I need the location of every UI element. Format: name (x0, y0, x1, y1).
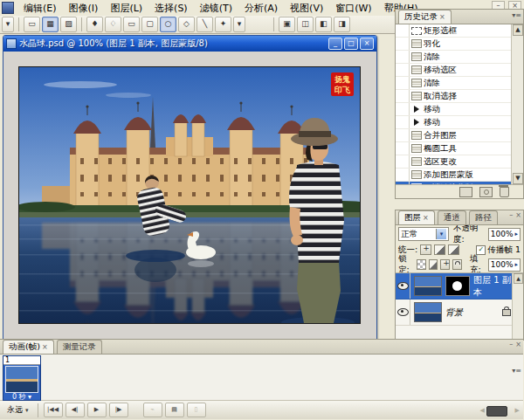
history-panel-menu-icon[interactable]: ▾≡ (512, 11, 521, 19)
history-state[interactable]: 合并图层 (396, 129, 523, 142)
next-frame-icon[interactable]: |▶ (109, 403, 128, 417)
shape-layers-icon[interactable]: ▭ (24, 17, 40, 32)
menu-analysis[interactable]: 分析(A) (238, 1, 284, 16)
history-state[interactable]: 移动选区 (396, 64, 523, 77)
scroll-up-icon[interactable]: ▲ (513, 24, 523, 36)
doc-maximize-icon[interactable]: □ (344, 38, 358, 50)
layer-name[interactable]: 图层 1 副本 (473, 274, 511, 299)
minimize-icon[interactable]: – (509, 211, 513, 219)
delete-frame-icon[interactable]: ▯ (187, 403, 206, 417)
freeform-pen-tool-icon[interactable]: ♢ (105, 17, 121, 32)
fill-field[interactable]: 100% ▸ (488, 258, 521, 272)
document-title-bar[interactable]: 水晶球.psd @ 100% (图层 1 副本, 图层蒙版/8) _ □ × (3, 36, 376, 52)
tab-paths[interactable]: 路径 (469, 210, 498, 224)
minimize-icon[interactable]: – (509, 341, 513, 348)
tab-history[interactable]: 历史记录× (398, 10, 452, 24)
ellipse-tool-icon[interactable]: ○ (160, 17, 176, 32)
rounded-rectangle-tool-icon[interactable]: ▢ (141, 17, 158, 32)
unify-style-icon[interactable] (448, 244, 459, 255)
menu-layer[interactable]: 图层(L) (104, 1, 148, 16)
menu-image[interactable]: 图像(I) (63, 1, 105, 16)
close-icon[interactable]: × (515, 211, 521, 219)
arrow-right-icon[interactable]: ▸ (514, 231, 518, 238)
previous-frame-icon[interactable]: ◀| (66, 403, 85, 417)
frame-delay[interactable]: 0 秒 ▾ (3, 393, 40, 401)
scroll-left-icon[interactable]: ◀ (480, 407, 485, 414)
first-frame-icon[interactable]: |◀◀ (44, 403, 63, 417)
add-to-shape-icon[interactable]: ▣ (279, 17, 295, 32)
visibility-cell[interactable] (396, 273, 410, 299)
visibility-cell[interactable] (396, 300, 410, 325)
image-canvas[interactable]: 扬鬼 印飞 (18, 66, 361, 324)
scroll-up-icon[interactable]: ▲ (514, 273, 523, 284)
lock-image-icon[interactable] (429, 259, 438, 270)
tween-icon[interactable]: ⌁ (143, 403, 162, 417)
opacity-field[interactable]: 100% ▸ (488, 228, 521, 241)
history-state[interactable]: 移动 (396, 116, 523, 129)
history-state[interactable]: 选区更改 (396, 155, 523, 169)
history-state[interactable]: 清除 (396, 51, 523, 64)
tab-animation-frames[interactable]: 动画(帧)× (3, 340, 54, 354)
composited-photo (19, 67, 360, 323)
delete-state-icon[interactable] (500, 187, 509, 197)
custom-shape-tool-icon[interactable]: ✦ (215, 17, 231, 32)
exclude-shape-icon[interactable]: ◨ (334, 17, 350, 32)
blend-mode-select[interactable]: 正常 ▾ (398, 227, 449, 241)
menu-filter[interactable]: 滤镜(T) (194, 1, 238, 16)
pen-tool-icon[interactable]: ♦ (86, 17, 103, 32)
menu-view[interactable]: 视图(V) (284, 1, 329, 16)
layer-thumbnail[interactable] (414, 302, 442, 322)
tool-preset-picker[interactable]: ▾ (2, 17, 14, 32)
scroll-right-icon[interactable]: ▶ (515, 407, 520, 414)
menu-window[interactable]: 窗口(W) (329, 1, 377, 16)
history-state[interactable]: 椭圆工具 (396, 142, 523, 155)
line-tool-icon[interactable]: ╲ (196, 17, 213, 32)
history-state[interactable]: 清除 (396, 77, 523, 90)
layer-mask-thumbnail[interactable] (445, 276, 470, 296)
unify-position-icon[interactable] (420, 244, 431, 255)
layer-name[interactable]: 背景 (445, 306, 463, 319)
layer-row-layer1-copy[interactable]: 图层 1 副本 (396, 273, 523, 300)
loop-select[interactable]: 永远 ▾ (3, 403, 32, 417)
animation-panel-menu-icon[interactable]: ▾≡ (512, 367, 521, 375)
play-icon[interactable]: ▶ (87, 403, 107, 417)
tab-layers[interactable]: 图层× (398, 210, 435, 224)
history-state[interactable]: 移动 (396, 103, 523, 116)
lock-all-icon[interactable] (452, 259, 462, 270)
subtract-from-shape-icon[interactable]: ◫ (297, 17, 314, 32)
lock-transparency-icon[interactable] (417, 259, 426, 270)
arrow-right-icon[interactable]: ▸ (514, 261, 518, 268)
tab-close-icon[interactable]: × (42, 343, 48, 351)
new-frame-icon[interactable]: ▤ (165, 403, 184, 417)
menu-select[interactable]: 选择(S) (148, 1, 194, 16)
frame-1[interactable]: 1 0 秒 ▾ (3, 355, 41, 401)
rectangle-tool-icon[interactable]: ▭ (123, 17, 140, 32)
history-state[interactable]: 羽化 (396, 38, 523, 51)
layers-scrollbar[interactable]: ▲ (512, 273, 523, 340)
tab-close-icon[interactable]: × (439, 13, 445, 21)
polygon-tool-icon[interactable]: ◇ (178, 17, 195, 32)
unify-visibility-icon[interactable] (434, 244, 445, 255)
fill-pixels-icon[interactable]: ▨ (60, 17, 77, 32)
history-scrollbar[interactable]: ▲ ▼ (511, 24, 523, 184)
lock-position-icon[interactable] (440, 259, 450, 270)
shape-options-arrow-icon[interactable]: ▾ (233, 17, 245, 32)
resize-grip[interactable] (486, 406, 507, 417)
layer-thumbnail[interactable] (414, 276, 442, 296)
tab-channels[interactable]: 通道 (438, 210, 466, 224)
history-state[interactable]: 取消选择 (396, 90, 523, 103)
intersect-shape-icon[interactable]: ◧ (315, 17, 332, 32)
scroll-down-icon[interactable]: ▼ (513, 173, 523, 184)
new-snapshot-icon[interactable] (479, 187, 493, 197)
history-state[interactable]: 添加图层蒙版 (396, 169, 523, 182)
tab-measurement-log[interactable]: 测量记录 (57, 340, 102, 354)
new-document-from-state-icon[interactable] (459, 187, 472, 197)
paths-icon[interactable]: ▦ (42, 17, 59, 32)
doc-close-icon[interactable]: × (360, 38, 374, 50)
history-state[interactable]: 矩形选框 (396, 24, 523, 38)
tab-close-icon[interactable]: × (423, 214, 429, 222)
doc-minimize-icon[interactable]: _ (328, 38, 342, 50)
close-icon[interactable]: × (515, 341, 521, 348)
layer-row-background[interactable]: 背景 (396, 300, 523, 326)
menu-edit[interactable]: 编辑(E) (17, 1, 63, 16)
